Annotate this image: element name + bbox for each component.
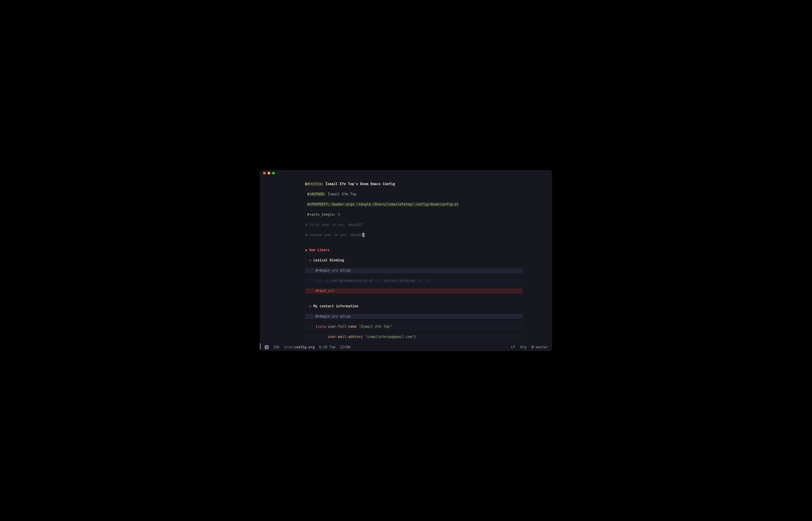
org-keyword: #+AUTHOR: — [307, 192, 325, 196]
major-mode: Org — [520, 345, 526, 349]
modeline: N 15k doom/config.org 6:28 Top 2218W LF … — [260, 343, 552, 351]
comment-line-cursor: # second year in uni, mba2022 — [305, 232, 552, 237]
src-line: user-mail-address "ismailefetop@gmail.co… — [305, 334, 523, 339]
buffer-dir: doom/ — [284, 345, 294, 349]
h1-text: One Liners — [309, 248, 330, 252]
begin-src: #+begin_src elisp — [305, 314, 523, 319]
word-count: 2218W — [340, 345, 350, 349]
evil-state-indicator: N — [264, 345, 269, 349]
editor-buffer[interactable]: #+title: İsmail Efe Top's Doom Emacs Con… — [260, 176, 552, 343]
property-line: #+PROPERTY: header-args :tangle /Users/i… — [305, 202, 552, 207]
src-line: ;;; ~/.config/doom/config.el -*- lexical… — [305, 278, 523, 284]
end-src: #+end_src — [305, 288, 523, 294]
buffer-path: doom/config.org — [284, 345, 315, 349]
minimize-button[interactable] — [268, 172, 270, 175]
comment-text: # second year in uni, mba202 — [305, 233, 363, 237]
org-property: #+PROPERTY: header-args :tangle /Users/i… — [307, 202, 458, 206]
h2-text: My contact information — [313, 304, 358, 308]
git-branch[interactable]: master — [531, 345, 548, 349]
text-cursor: 2 — [363, 233, 365, 237]
heading-2-contact[interactable]: ○ My contact information — [305, 304, 552, 309]
org-title-value: İsmail Efe Top's Doom Emacs Config — [323, 182, 395, 186]
git-branch-icon — [531, 346, 534, 349]
h2-bullet: ○ — [309, 304, 313, 308]
h2-bullet: ○ — [309, 258, 313, 262]
author-line: #+AUTHOR: İsmail Efe Top — [305, 192, 552, 197]
org-author-value: İsmail Efe Top — [325, 192, 356, 196]
git-branch-name: master — [536, 345, 548, 349]
h2-text: Lexical Binding — [313, 258, 344, 262]
close-button[interactable] — [263, 172, 266, 175]
begin-src: #+begin_src elisp — [305, 268, 523, 273]
buffer-size: 15k — [273, 345, 279, 349]
org-autotangle: #+auto_tangle: t — [307, 212, 340, 217]
emacs-window: #+title: İsmail Efe Top's Doom Emacs Con… — [260, 170, 552, 351]
autotangle-line: #+auto_tangle: t — [305, 212, 552, 217]
org-keyword: #+title: — [307, 182, 323, 186]
macos-titlebar — [260, 170, 552, 176]
h1-bullet: ◉ — [305, 248, 309, 252]
buffer-filename: config.org — [294, 345, 315, 349]
maximize-button[interactable] — [272, 172, 275, 175]
cursor-position: 6:28 Top — [319, 345, 336, 349]
line-ending: LF — [511, 345, 515, 349]
heading-2-lexical[interactable]: ○ Lexical Binding — [305, 258, 552, 263]
bookmark-indicator — [305, 183, 306, 185]
comment-line: # first year in uni, mba2022 — [305, 222, 552, 227]
heading-1[interactable]: ◉ One Liners — [305, 248, 552, 253]
title-line: #+title: İsmail Efe Top's Doom Emacs Con… — [305, 182, 552, 187]
src-line: (setq user-full-name "İsmail Efe Top" — [305, 324, 523, 329]
